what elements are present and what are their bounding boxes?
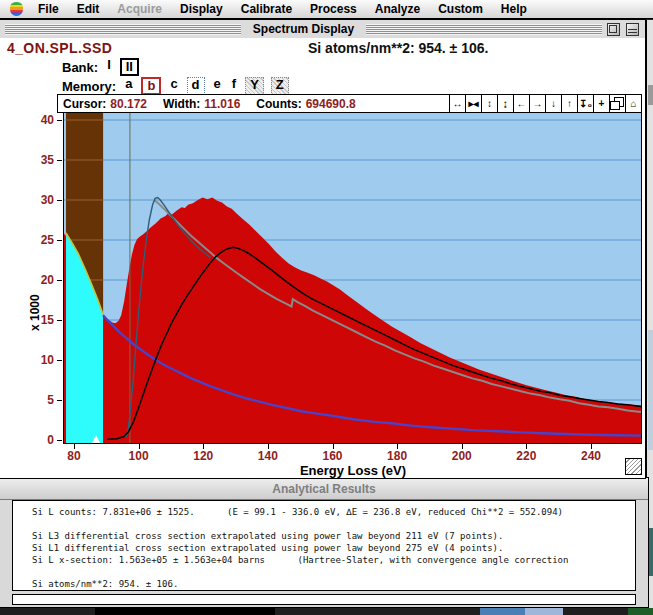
y-tick-label: 35 [20, 153, 54, 167]
x-tick-label: 180 [379, 449, 415, 463]
memory-option-z[interactable]: Z [271, 77, 289, 95]
display-toolbar: ↔▸◂↕↨←→↓↑↧₀+⌂ [449, 95, 641, 112]
y-axis-title: x 1000 [28, 281, 44, 345]
cursor-status-bar: Cursor: 80.172 Width: 11.016 Counts: 694… [57, 94, 642, 113]
floor-zero-button[interactable]: ↧₀ [577, 95, 593, 112]
menu-bar: FileEditAcquireDisplayCalibrateProcessAn… [0, 0, 653, 19]
memory-option-y[interactable]: Y [245, 77, 264, 95]
results-window-title: Analytical Results [272, 482, 375, 496]
memory-selector: Memory: abcdefYZ [62, 77, 289, 95]
y-tick [57, 200, 62, 201]
apple-menu-icon[interactable] [10, 2, 23, 16]
menu-item-calibrate[interactable]: Calibrate [232, 0, 301, 18]
spectrum-plot-area[interactable] [63, 112, 642, 444]
desktop-background [0, 608, 653, 615]
y-tick [57, 360, 62, 361]
spectrum-window-titlebar[interactable]: Spectrum Display [0, 20, 645, 39]
scroll-right-button[interactable]: → [529, 95, 545, 112]
menu-item-help[interactable]: Help [492, 0, 536, 18]
menu-item-analyze[interactable]: Analyze [366, 0, 429, 18]
zoom-box-button[interactable] [607, 23, 620, 36]
spectrum-chart [64, 113, 641, 443]
menu-item-display[interactable]: Display [171, 0, 232, 18]
results-text-panel: Si L counts: 7.831e+06 ± 1525. (E = 99.1… [12, 500, 636, 591]
desktop-icon-patch [525, 608, 563, 615]
counts-value: 694690.8 [306, 97, 356, 111]
memory-label: Memory: [62, 79, 116, 94]
y-tick-label: 0 [20, 433, 54, 447]
x-axis-title: Energy Loss (eV) [253, 463, 453, 478]
y-tick-label: 5 [20, 393, 54, 407]
bank-items: III [105, 58, 139, 76]
counts-label: Counts: [256, 97, 301, 111]
y-tick [57, 440, 62, 441]
expand-horizontal-button[interactable]: ↔ [449, 95, 465, 112]
width-label: Width: [163, 97, 200, 111]
copy-display-button[interactable] [609, 95, 625, 112]
x-tick-label: 200 [444, 449, 480, 463]
background-window-detail [648, 528, 653, 576]
spectrum-window-title: Spectrum Display [246, 22, 361, 36]
x-tick-label: 100 [121, 449, 157, 463]
titlebar-stripes [366, 24, 602, 35]
collapse-box-button[interactable] [626, 23, 639, 36]
menu-item-acquire[interactable]: Acquire [108, 0, 171, 18]
scroll-left-button[interactable]: ← [513, 95, 529, 112]
spectrum-file-name: 4_ON.SPL.SSD [7, 40, 112, 56]
desktop-icon-patch [480, 608, 525, 615]
x-tick-label: 220 [508, 449, 544, 463]
menu-items: FileEditAcquireDisplayCalibrateProcessAn… [29, 0, 536, 18]
center-move-button[interactable]: + [593, 95, 609, 112]
menu-item-edit[interactable]: Edit [68, 0, 109, 18]
y-tick-label: 30 [20, 193, 54, 207]
titlebar-stripes [5, 24, 241, 35]
y-tick [57, 320, 62, 321]
x-tick-label: 80 [56, 449, 92, 463]
menu-item-process[interactable]: Process [301, 0, 366, 18]
memory-option-e[interactable]: e [212, 77, 223, 95]
y-tick [57, 160, 62, 161]
copy-display-icon [614, 97, 624, 107]
header-result-value: Si atoms/nm**2: 954. ± 106. [308, 40, 488, 56]
bank-option-i[interactable]: I [105, 58, 113, 76]
analytical-results-window: Analytical Results Si L counts: 7.831e+0… [0, 478, 648, 607]
results-entry-line[interactable] [12, 594, 636, 605]
memory-option-a[interactable]: a [123, 77, 134, 95]
home-view-button[interactable]: ⌂ [625, 95, 641, 112]
x-tick-label: 160 [315, 449, 351, 463]
x-tick-label: 120 [185, 449, 221, 463]
memory-option-c[interactable]: c [168, 77, 179, 95]
results-text: Si L counts: 7.831e+06 ± 1525. (E = 99.1… [13, 501, 635, 590]
y-tick [57, 280, 62, 281]
memory-items: abcdefYZ [123, 77, 289, 95]
y-tick [57, 400, 62, 401]
desktop-icon-patch [628, 608, 653, 615]
y-tick [57, 240, 62, 241]
scale-up-button[interactable]: ↑ [561, 95, 577, 112]
resize-handle[interactable] [625, 458, 642, 475]
x-tick-label: 240 [573, 449, 609, 463]
y-tick-label: 40 [20, 113, 54, 127]
width-value: 11.016 [204, 97, 240, 111]
y-tick [57, 120, 62, 121]
y-tick-label: 10 [20, 353, 54, 367]
contract-horizontal-button[interactable]: ▸◂ [465, 95, 481, 112]
spectrum-window-body: 4_ON.SPL.SSD Si atoms/nm**2: 954. ± 106.… [0, 38, 645, 478]
bank-option-ii[interactable]: II [120, 58, 139, 76]
spectrum-display-window: Spectrum Display 4_ON.SPL.SSD Si atoms/n… [0, 20, 645, 478]
bank-selector: Bank: III [62, 58, 139, 76]
results-window-titlebar[interactable]: Analytical Results [0, 478, 648, 500]
memory-option-f[interactable]: f [230, 77, 238, 95]
menu-item-file[interactable]: File [29, 0, 68, 18]
cursor-value: 80.172 [110, 97, 147, 111]
contract-vertical-button[interactable]: ↨ [497, 95, 513, 112]
memory-option-b[interactable]: b [141, 77, 161, 95]
menu-item-custom[interactable]: Custom [429, 0, 492, 18]
expand-vertical-button[interactable]: ↕ [481, 95, 497, 112]
memory-option-d[interactable]: d [187, 77, 205, 95]
scale-down-button[interactable]: ↓ [545, 95, 561, 112]
x-tick-label: 140 [250, 449, 286, 463]
bank-label: Bank: [62, 60, 98, 75]
background-window-detail [648, 330, 653, 450]
cursor-label: Cursor: [63, 97, 106, 111]
